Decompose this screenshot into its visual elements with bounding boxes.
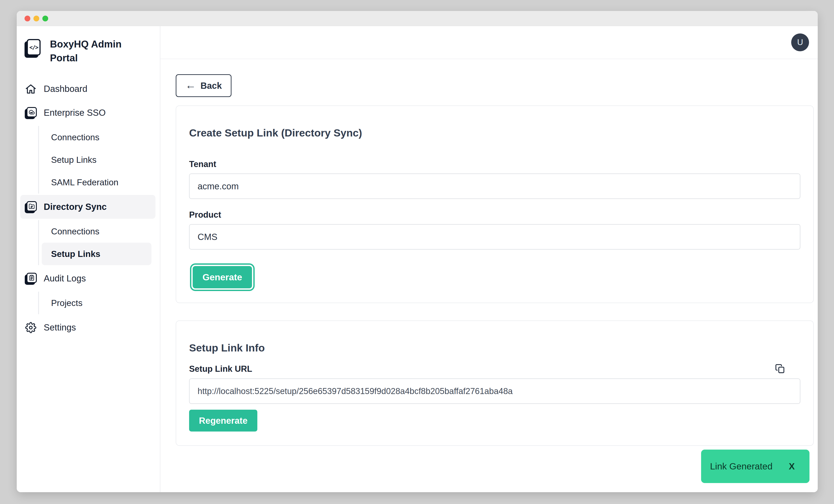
product-input[interactable] xyxy=(189,224,800,249)
info-card-title: Setup Link Info xyxy=(189,342,800,354)
setup-link-url-input[interactable] xyxy=(189,378,800,404)
setup-link-url-label: Setup Link URL xyxy=(189,364,252,374)
sidebar-item-sso-connections[interactable]: Connections xyxy=(42,126,151,149)
sidebar-nav: Dashboard Enterprise SSO xyxy=(20,77,155,339)
boxyhq-logo-icon: </> xyxy=(27,39,41,56)
setup-link-url-row: Setup Link URL xyxy=(189,363,800,374)
sidebar-item-label: Dashboard xyxy=(44,84,87,94)
toast-close-button[interactable]: X xyxy=(789,461,795,472)
sidebar-item-label: Audit Logs xyxy=(44,273,86,283)
enterprise-sso-subnav: Connections Setup Links SAML Federation xyxy=(38,126,151,194)
toast-message: Link Generated xyxy=(710,461,772,472)
regenerate-button[interactable]: Regenerate xyxy=(189,410,257,432)
window-titlebar xyxy=(17,11,818,26)
cloud-key-keycap-icon xyxy=(24,107,37,119)
avatar-initial: U xyxy=(797,38,803,47)
sidebar-item-dashboard[interactable]: Dashboard xyxy=(20,77,155,101)
sidebar-item-projects[interactable]: Projects xyxy=(42,292,151,314)
tenant-field-group: Tenant xyxy=(189,159,800,199)
code-glyph: </> xyxy=(29,44,38,51)
create-setup-link-card: Create Setup Link (Directory Sync) Tenan… xyxy=(176,106,814,303)
toast-notification: Link Generated X xyxy=(701,450,810,483)
app-title: BoxyHQ Admin Portal xyxy=(50,37,122,65)
generate-button[interactable]: Generate xyxy=(193,266,252,288)
clipboard-keycap-icon xyxy=(24,272,37,285)
product-label: Product xyxy=(189,210,800,220)
page-content: ← Back Create Setup Link (Directory Sync… xyxy=(160,59,818,492)
directory-sync-subnav: Connections Setup Links xyxy=(38,220,151,265)
brand: </> BoxyHQ Admin Portal xyxy=(20,37,155,65)
app-title-line1: BoxyHQ Admin xyxy=(50,37,122,51)
top-header: U xyxy=(160,26,818,59)
traffic-light-minimize-button[interactable] xyxy=(34,16,39,21)
main-area: U ← Back Create Setup Link (Directory Sy… xyxy=(160,26,818,492)
tenant-label: Tenant xyxy=(189,159,800,169)
app-title-line2: Portal xyxy=(50,51,122,65)
sidebar-item-dsync-setup-links[interactable]: Setup Links xyxy=(42,243,151,265)
app-window: </> BoxyHQ Admin Portal Dashboard xyxy=(17,11,818,492)
sidebar-item-sso-setup-links[interactable]: Setup Links xyxy=(42,149,151,171)
arrow-left-icon: ← xyxy=(185,80,196,90)
audit-logs-subnav: Projects xyxy=(38,292,151,314)
sidebar-item-audit-logs[interactable]: Audit Logs xyxy=(20,266,155,290)
gear-icon xyxy=(24,321,37,334)
copy-button[interactable] xyxy=(774,363,786,374)
sidebar-item-saml-federation[interactable]: SAML Federation xyxy=(42,171,151,194)
sidebar-item-label: Enterprise SSO xyxy=(44,108,106,118)
home-icon xyxy=(24,83,37,95)
sidebar-item-label: Settings xyxy=(44,323,76,332)
back-button-label: Back xyxy=(200,81,222,91)
back-button[interactable]: ← Back xyxy=(176,74,232,97)
user-avatar[interactable]: U xyxy=(791,34,809,51)
setup-link-info-card: Setup Link Info Setup Link URL Regenera xyxy=(176,321,814,446)
sidebar-item-label: Directory Sync xyxy=(44,202,107,212)
traffic-light-maximize-button[interactable] xyxy=(42,16,48,21)
traffic-light-close-button[interactable] xyxy=(24,16,30,21)
sidebar: </> BoxyHQ Admin Portal Dashboard xyxy=(17,26,160,492)
create-card-title: Create Setup Link (Directory Sync) xyxy=(189,127,800,139)
sidebar-item-dsync-connections[interactable]: Connections xyxy=(42,220,151,243)
folder-sync-keycap-icon xyxy=(24,201,37,213)
app-body: </> BoxyHQ Admin Portal Dashboard xyxy=(17,26,818,492)
product-field-group: Product xyxy=(189,210,800,249)
copy-icon xyxy=(775,364,785,374)
sidebar-item-directory-sync[interactable]: Directory Sync xyxy=(20,195,155,219)
sidebar-item-settings[interactable]: Settings xyxy=(20,315,155,339)
tenant-input[interactable] xyxy=(189,174,800,199)
sidebar-item-enterprise-sso[interactable]: Enterprise SSO xyxy=(20,101,155,125)
